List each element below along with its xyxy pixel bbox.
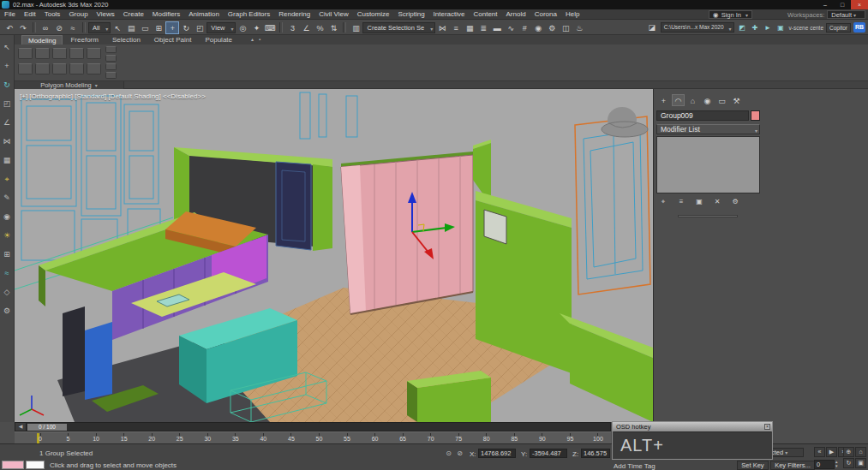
ribbon-tab[interactable]: Selection [106,35,147,45]
timeline-ruler[interactable]: 0510152025303540455055606570758085909510… [15,431,611,443]
timeline-tick[interactable]: 85 [508,433,520,442]
project-folder-icon[interactable]: ◪ [646,23,658,32]
toolbar-separator[interactable] [279,22,283,33]
toolbar-separator[interactable] [33,22,36,33]
ribbon-button[interactable] [18,48,33,59]
modify-tab[interactable]: ◠ [672,94,685,106]
menu-item[interactable]: Scripting [393,10,428,18]
timeline-tick[interactable]: 0 [34,433,46,442]
show-end-result-button[interactable]: ≡ [674,196,688,207]
helper-tool-icon[interactable]: ⊞ [3,249,10,260]
select-and-link-icon[interactable]: ∞ [39,21,52,34]
select-tool-icon[interactable]: ↖ [3,42,10,53]
workspace-dropdown[interactable]: Default▾ [827,10,865,19]
menu-item[interactable]: Modifiers [148,10,184,18]
ribbon-tab[interactable]: Freeform [64,35,104,45]
move-tool-icon[interactable]: + [4,61,9,72]
navy-door[interactable] [276,162,311,250]
render-setup-icon[interactable]: ⚙ [545,21,559,34]
timeline-tick[interactable]: 30 [201,433,213,442]
viewport-label[interactable]: [+] [Orthographic] [Standard] [Default S… [20,92,206,100]
selection-lock-icon[interactable]: ⊘ [455,449,464,458]
z-coordinate-field[interactable]: 146.575 [581,449,610,458]
rendered-frame-icon[interactable]: ◫ [559,21,572,34]
object-color-swatch[interactable] [751,110,760,121]
viewport-canvas[interactable] [15,89,653,422]
menu-item[interactable]: Create [119,10,148,18]
ribbon-side-button[interactable] [105,63,117,70]
named-selection-sets-icon[interactable]: ▥ [349,21,362,34]
ribbon-minimize-icon[interactable]: ▴ [248,35,256,45]
ribbon-side-button[interactable] [105,72,117,79]
key-filters-button[interactable]: Key Filters... [770,461,815,470]
menu-item[interactable]: Tools [40,10,65,18]
ribbon-tab[interactable]: Modeling [21,35,63,45]
rollout-divider[interactable] [678,215,738,217]
rotate-tool-icon[interactable]: ↻ [3,80,10,91]
current-frame-field[interactable]: 0 [814,460,835,469]
plugin-icon-2[interactable]: ✚ [750,22,761,33]
ribbon-button[interactable] [52,63,67,74]
frame-spinner[interactable]: ▴▾ [835,460,841,468]
set-key-button[interactable]: Set Key [737,461,769,470]
align-icon[interactable]: ≡ [449,21,463,34]
timeline-tick[interactable]: 70 [425,433,437,442]
isolate-selection-icon[interactable]: ⊙ [444,449,453,458]
plugin-icon-3[interactable]: ► [763,22,774,33]
select-by-name-icon[interactable]: ▤ [124,21,138,34]
menu-item[interactable]: Edit [20,10,40,18]
render-production-icon[interactable]: ♨ [572,21,586,34]
vscene-tool-label[interactable]: v-scene cente [789,25,823,31]
array-tool-icon[interactable]: ▦ [3,155,11,166]
paint-tool-icon[interactable]: ✎ [3,193,10,204]
zoom-extents-icon[interactable]: ⌂ [855,447,866,457]
copitor-button[interactable]: Copitor [826,23,851,33]
make-unique-button[interactable]: ▣ [692,196,706,207]
close-button[interactable]: × [851,0,868,9]
material-editor-icon[interactable]: ◉ [531,21,545,34]
menu-item[interactable]: Graph Editors [224,10,274,18]
timeline-tick[interactable]: 15 [118,433,130,442]
scale-tool-icon[interactable]: ◰ [3,98,11,110]
configure-modifier-sets-button[interactable]: ⚙ [728,196,742,207]
snaps-toggle-icon[interactable]: 3 [285,21,299,34]
timeline-tick[interactable]: 25 [174,433,186,442]
keyboard-override-icon[interactable]: ⌨ [263,21,277,34]
timeline-tick[interactable]: 45 [285,433,297,442]
timeline-tick[interactable]: 60 [369,433,381,442]
modifier-stack[interactable] [656,136,760,193]
pink-wardrobe-wall[interactable] [341,152,473,314]
timeline-tick[interactable]: 65 [397,433,409,442]
osd-close-icon[interactable]: × [764,424,770,430]
remove-modifier-button[interactable]: ✕ [710,196,724,207]
angle-snap-icon[interactable]: ∠ [299,21,313,34]
x-coordinate-field[interactable]: 14768.692 [478,449,516,458]
hierarchy-tab[interactable]: ⌂ [686,94,699,106]
spinner-snap-icon[interactable]: ⇅ [326,21,340,34]
schematic-view-icon[interactable]: # [518,21,531,34]
menu-item[interactable]: Corona [530,10,561,18]
camera-tool-icon[interactable]: ◉ [3,211,10,223]
timeline-tick[interactable]: 95 [564,433,576,442]
time-slider-handle[interactable]: 0 / 100 [27,424,67,431]
track-bar[interactable]: ◀ 0 / 100 [15,422,611,431]
timeline-tick[interactable]: 5 [63,433,75,442]
modifier-list-dropdown[interactable]: Modifier List ▾ [656,124,760,134]
display-tab[interactable]: ▭ [715,94,728,106]
measure-tool-icon[interactable]: ⌖ [4,174,9,185]
timeline-tick[interactable]: 40 [257,433,269,442]
ribbon-button[interactable] [87,63,101,74]
ribbon-button[interactable] [69,63,84,74]
plugin-icon-1[interactable]: ◩ [737,22,748,33]
named-selection-dropdown[interactable]: Create Selection Se [362,22,435,33]
timeline-tick[interactable]: 10 [90,433,102,442]
timeline-tick[interactable]: 90 [536,433,548,442]
menu-item[interactable]: Rendering [274,10,314,18]
ribbon-button[interactable] [18,63,33,74]
plugin-icon-4[interactable]: ▣ [775,22,787,33]
menu-item[interactable]: Views [93,10,119,18]
object-name-field[interactable]: Group009 [656,110,749,121]
motion-tab[interactable]: ◉ [701,94,714,106]
utilities-tab[interactable]: ⚒ [730,94,743,106]
previous-key-button[interactable]: ◀ [15,423,27,431]
